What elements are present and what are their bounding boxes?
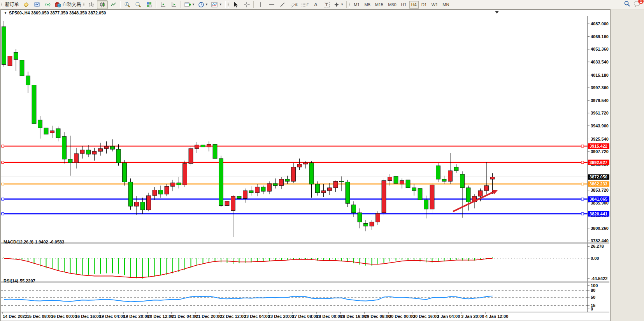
fibonacci-tool[interactable]: F bbox=[299, 0, 311, 9]
svg-text:20 Dec 12:00: 20 Dec 12:00 bbox=[147, 314, 174, 319]
svg-text:3841.065: 3841.065 bbox=[590, 197, 607, 201]
svg-text:15 Dec 08:00: 15 Dec 08:00 bbox=[27, 314, 53, 319]
svg-text:4051.360: 4051.360 bbox=[591, 47, 609, 51]
chart-shift-marker-icon[interactable] bbox=[495, 11, 499, 14]
channel-tag: E bbox=[295, 3, 298, 7]
crosshair-tool-button[interactable] bbox=[241, 0, 252, 9]
svg-text:80: 80 bbox=[591, 288, 595, 293]
chart-title: SP500-,H4 3869.050 3877.350 3848.350 387… bbox=[9, 11, 106, 15]
fibo-tag: F bbox=[307, 3, 309, 7]
timeframe-h4-button[interactable]: H4 bbox=[409, 1, 419, 9]
svg-text:30 Dec 16:00: 30 Dec 16:00 bbox=[413, 314, 439, 319]
new-order-button[interactable]: 新订单 bbox=[4, 0, 21, 9]
svg-text:30 Dec 00:00: 30 Dec 00:00 bbox=[389, 314, 415, 319]
candlestick-series bbox=[2, 21, 495, 237]
chevron-down-icon: ▼ bbox=[192, 3, 195, 6]
signal-icon[interactable] bbox=[42, 0, 53, 9]
price-badge: 3892.627 bbox=[588, 160, 609, 165]
timeframe-m1-button[interactable]: M1 bbox=[352, 1, 361, 9]
chevron-down-icon: ▼ bbox=[340, 3, 344, 6]
horizontal-line[interactable] bbox=[1, 213, 588, 215]
line-chart-button[interactable] bbox=[108, 0, 119, 9]
svg-text:3892.627: 3892.627 bbox=[590, 160, 607, 165]
horizontal-line-tool[interactable] bbox=[266, 0, 277, 9]
market-watch-icon[interactable] bbox=[32, 0, 42, 9]
svg-text:0.00: 0.00 bbox=[591, 256, 599, 261]
svg-text:21 Dec 20:00: 21 Dec 20:00 bbox=[196, 314, 222, 319]
candlestick-chart-button[interactable] bbox=[97, 0, 108, 9]
zoom-out-button[interactable] bbox=[133, 0, 144, 9]
svg-text:3800.260: 3800.260 bbox=[591, 226, 609, 231]
search-icon[interactable] bbox=[624, 0, 630, 9]
bar-chart-button[interactable] bbox=[86, 0, 97, 9]
toolbar-grip[interactable] bbox=[83, 2, 85, 8]
svg-text:4087.000: 4087.000 bbox=[591, 21, 609, 26]
toolbar-grip[interactable] bbox=[349, 2, 351, 8]
svg-text:3782.440: 3782.440 bbox=[591, 238, 609, 243]
toolbar-grip[interactable] bbox=[228, 2, 230, 8]
timeframe-h1-button[interactable]: H1 bbox=[399, 1, 409, 9]
textbox-tag: T bbox=[324, 2, 330, 7]
channel-tool[interactable]: E bbox=[288, 0, 299, 9]
chevron-down-icon: ▼ bbox=[219, 3, 222, 6]
text-tool[interactable]: A bbox=[310, 0, 321, 9]
horizontal-line[interactable] bbox=[1, 145, 588, 147]
one-click-trading-toggle-icon[interactable]: ▼ bbox=[4, 11, 7, 15]
timeframe-m15-button[interactable]: M15 bbox=[373, 1, 385, 9]
notifications-chat-icon[interactable]: 1 bbox=[633, 0, 641, 9]
svg-text:3907.720: 3907.720 bbox=[591, 149, 609, 154]
chevron-down-icon: ▼ bbox=[205, 3, 208, 6]
svg-text:3915.422: 3915.422 bbox=[590, 144, 607, 148]
price-badge: 3862.233 bbox=[588, 181, 609, 187]
chat-badge: 1 bbox=[638, 0, 644, 4]
timeframe-m30-button[interactable]: M30 bbox=[386, 1, 398, 9]
new-chart-button[interactable]: ▼ bbox=[182, 0, 197, 9]
auto-scroll-button[interactable] bbox=[158, 0, 168, 9]
svg-text:100: 100 bbox=[591, 283, 598, 288]
price-axis: 4087.0004069.1804051.3604033.5404015.180… bbox=[588, 21, 609, 243]
auto-trading-button[interactable]: 自动交易 bbox=[53, 0, 82, 9]
toolbar-grip[interactable] bbox=[1, 2, 3, 8]
timeframe-d1-button[interactable]: D1 bbox=[419, 1, 429, 9]
vertical-line-tool[interactable] bbox=[255, 0, 266, 9]
svg-text:50: 50 bbox=[591, 295, 595, 300]
time-axis: 14 Dec 202215 Dec 08:0016 Dec 00:0016 De… bbox=[3, 312, 508, 319]
svg-text:3925.540: 3925.540 bbox=[591, 137, 609, 141]
trendline-tool[interactable] bbox=[277, 0, 288, 9]
zoom-in-button[interactable] bbox=[122, 0, 133, 9]
text-label-tool[interactable]: T bbox=[321, 0, 332, 9]
arrow-annotation[interactable] bbox=[453, 190, 498, 212]
template-button[interactable]: ▼ bbox=[210, 0, 224, 9]
price-badge: 3841.065 bbox=[588, 196, 609, 202]
rsi-pane: 1008050150 bbox=[1, 283, 598, 311]
svg-text:19 Dec 04:00: 19 Dec 04:00 bbox=[99, 314, 125, 319]
chart-title-strip: ▼ SP500-,H4 3869.050 3877.350 3848.350 3… bbox=[1, 10, 610, 16]
horizontal-line[interactable] bbox=[1, 183, 588, 185]
timeframe-m5-button[interactable]: M5 bbox=[362, 1, 372, 9]
chart-shift-button[interactable] bbox=[168, 0, 179, 9]
svg-text:-44.5422: -44.5422 bbox=[591, 276, 607, 281]
chart-window: ▼ SP500-,H4 3869.050 3877.350 3848.350 3… bbox=[0, 9, 611, 321]
period-clock-button[interactable]: ▼ bbox=[197, 0, 210, 9]
svg-text:0: 0 bbox=[591, 307, 593, 311]
charts-stack-icon[interactable] bbox=[21, 0, 32, 9]
svg-text:4069.180: 4069.180 bbox=[591, 34, 609, 39]
svg-text:22 Dec 12:00: 22 Dec 12:00 bbox=[220, 314, 246, 319]
tile-windows-button[interactable] bbox=[144, 0, 154, 9]
horizontal-line[interactable] bbox=[1, 198, 588, 200]
timeframe-w1-button[interactable]: W1 bbox=[430, 1, 440, 9]
horizontal-line[interactable] bbox=[1, 161, 588, 164]
svg-text:27 Dec 08:00: 27 Dec 08:00 bbox=[292, 314, 318, 319]
macd-indicator-label: MACD(12,26,9)1.9402-0.0583 bbox=[4, 240, 66, 244]
price-badge: 3820.441 bbox=[588, 211, 609, 217]
svg-text:3979.540: 3979.540 bbox=[591, 98, 609, 103]
arrows-tool[interactable]: ▼ bbox=[332, 0, 345, 9]
cursor-tool-button[interactable] bbox=[230, 0, 241, 9]
timeframe-mn-button[interactable]: MN bbox=[440, 1, 451, 9]
svg-text:21 Dec 04:00: 21 Dec 04:00 bbox=[172, 314, 198, 319]
chart-canvas[interactable]: 4087.0004069.1804051.3604033.5404015.180… bbox=[1, 16, 609, 320]
svg-text:3997.360: 3997.360 bbox=[591, 85, 609, 90]
svg-text:14 Dec 2022: 14 Dec 2022 bbox=[3, 314, 27, 319]
svg-text:28 Dec 00:00: 28 Dec 00:00 bbox=[316, 314, 342, 319]
svg-text:3820.441: 3820.441 bbox=[590, 212, 607, 216]
